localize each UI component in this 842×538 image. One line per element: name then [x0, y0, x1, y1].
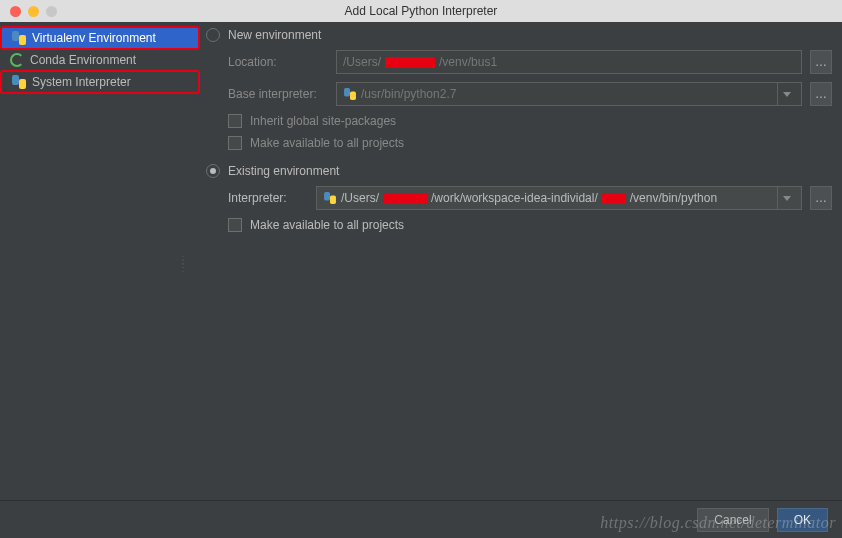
window-title: Add Local Python Interpreter: [0, 4, 842, 18]
cancel-button[interactable]: Cancel: [697, 508, 768, 532]
sidebar-item-label: System Interpreter: [32, 75, 131, 89]
radio-label-existing: Existing environment: [228, 164, 339, 178]
main-panel: New environment Location: /Users/ /venv/…: [200, 22, 842, 500]
sidebar: Virtualenv Environment Conda Environment…: [0, 22, 200, 500]
checkbox-inherit: [228, 114, 242, 128]
chevron-down-icon: [777, 82, 795, 106]
sidebar-item-conda[interactable]: Conda Environment: [0, 50, 200, 70]
redacted-text: [383, 193, 427, 204]
browse-interpreter-button[interactable]: …: [810, 186, 832, 210]
python-icon: [12, 31, 26, 45]
radio-existing-environment[interactable]: [206, 164, 220, 178]
browse-base-button[interactable]: …: [810, 82, 832, 106]
titlebar: Add Local Python Interpreter: [0, 0, 842, 22]
interpreter-label: Interpreter:: [228, 191, 308, 205]
radio-new-environment[interactable]: [206, 28, 220, 42]
browse-location-button[interactable]: …: [810, 50, 832, 74]
chevron-down-icon[interactable]: [777, 186, 795, 210]
conda-icon: [10, 53, 24, 67]
checkbox-make-available-existing[interactable]: [228, 218, 242, 232]
python-icon: [324, 192, 336, 204]
ok-button[interactable]: OK: [777, 508, 828, 532]
sidebar-item-virtualenv[interactable]: Virtualenv Environment: [0, 26, 200, 50]
sidebar-item-label: Conda Environment: [30, 53, 136, 67]
base-interpreter-select: /usr/bin/python2.7: [336, 82, 802, 106]
interpreter-select[interactable]: /Users/ /work/workspace-idea-individal/ …: [316, 186, 802, 210]
footer: Cancel OK: [0, 500, 842, 538]
sidebar-item-label: Virtualenv Environment: [32, 31, 156, 45]
inherit-label: Inherit global site-packages: [250, 114, 396, 128]
base-interpreter-label: Base interpreter:: [228, 87, 328, 101]
drag-handle-icon[interactable]: ⋮⋮⋮: [178, 258, 188, 270]
make-available-label-existing: Make available to all projects: [250, 218, 404, 232]
checkbox-make-available-new: [228, 136, 242, 150]
location-label: Location:: [228, 55, 328, 69]
location-input: /Users/ /venv/bus1: [336, 50, 802, 74]
python-icon: [12, 75, 26, 89]
make-available-label-new: Make available to all projects: [250, 136, 404, 150]
python-icon: [344, 88, 356, 100]
redacted-text: [602, 193, 626, 204]
radio-label-new: New environment: [228, 28, 321, 42]
sidebar-item-system[interactable]: System Interpreter: [0, 70, 200, 94]
redacted-text: [385, 57, 435, 68]
